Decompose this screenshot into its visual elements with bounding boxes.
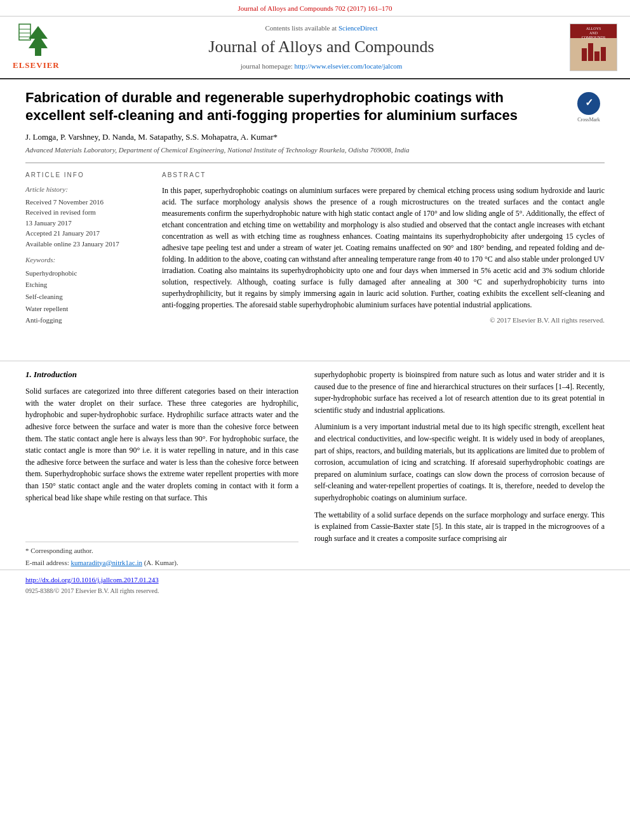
- authors-text: J. Lomga, P. Varshney, D. Nanda, M. Sata…: [25, 132, 278, 142]
- keyword-4: Water repellent: [25, 303, 149, 315]
- issn-line: 0925-8388/© 2017 Elsevier B.V. All right…: [25, 587, 605, 596]
- elsevier-logo: ELSEVIER: [13, 23, 83, 71]
- email-name: (A. Kumar).: [144, 559, 178, 566]
- homepage-url[interactable]: http://www.elsevier.com/locate/jalcom: [295, 62, 403, 70]
- svg-marker-1: [29, 26, 48, 48]
- body-content: 1. Introduction Solid surfaces are categ…: [0, 369, 630, 570]
- keywords-group: Keywords: Superhydrophobic Etching Self-…: [25, 255, 149, 326]
- history-label: Article history:: [25, 185, 149, 194]
- authors-line: J. Lomga, P. Varshney, D. Nanda, M. Sata…: [25, 131, 605, 143]
- email-link[interactable]: kumaraditya@nitrk1ac.in: [70, 559, 142, 566]
- journal-thumbnail: ALLOYSANDCOMPOUNDS: [570, 23, 617, 71]
- keyword-1: Superhydrophobic: [25, 267, 149, 279]
- main-content: Fabrication of durable and regenerable s…: [0, 79, 630, 353]
- journal-thumbnail-section: ALLOYSANDCOMPOUNDS: [560, 23, 617, 71]
- keyword-2: Etching: [25, 279, 149, 291]
- email-label: E-mail address:: [25, 559, 70, 566]
- article-info-abstract: ARTICLE INFO Article history: Received 7…: [25, 163, 605, 333]
- intro-number: 1.: [25, 370, 32, 379]
- intro-para-right-2: Aluminium is a very important industrial…: [314, 421, 605, 503]
- svg-rect-2: [19, 24, 30, 40]
- footnote-email: E-mail address: kumaraditya@nitrk1ac.in …: [25, 558, 298, 568]
- affiliation-line: Advanced Materials Laboratory, Departmen…: [25, 145, 605, 155]
- abstract-col: ABSTRACT In this paper, superhydrophobic…: [162, 171, 605, 333]
- thumb-bar-2: [588, 43, 593, 61]
- received-revised-label: Received in revised form: [25, 207, 149, 218]
- copyright-line: © 2017 Elsevier B.V. All rights reserved…: [162, 316, 605, 325]
- body-left-col: 1. Introduction Solid surfaces are categ…: [25, 369, 298, 570]
- science-direct-link[interactable]: ScienceDirect: [338, 24, 378, 32]
- abstract-label: ABSTRACT: [162, 171, 605, 180]
- elsevier-brand-text: ELSEVIER: [13, 60, 60, 71]
- journal-info-center: Contents lists available at ScienceDirec…: [83, 23, 560, 71]
- intro-para-right-1: superhydophobic property is bioinspired …: [314, 369, 605, 416]
- thumb-title: ALLOYSANDCOMPOUNDS: [582, 27, 606, 41]
- elsevier-logo-section: ELSEVIER: [13, 23, 83, 71]
- intro-heading: 1. Introduction: [25, 369, 298, 380]
- received-date: Received 7 November 2016: [25, 197, 149, 208]
- thumb-bar-3: [594, 51, 600, 61]
- article-title-section: Fabrication of durable and regenerable s…: [25, 89, 605, 125]
- journal-homepage-line: journal homepage: http://www.elsevier.co…: [83, 62, 560, 71]
- science-direct-line: Contents lists available at ScienceDirec…: [83, 23, 560, 33]
- journal-citation: Journal of Alloys and Compounds 702 (201…: [238, 4, 392, 12]
- doi-link: http://dx.doi.org/10.1016/j.jallcom.2017…: [25, 575, 605, 585]
- page-wrapper: Journal of Alloys and Compounds 702 (201…: [0, 0, 630, 601]
- body-right-col: superhydophobic property is bioinspired …: [314, 369, 605, 570]
- elsevier-tree-icon: [13, 23, 64, 58]
- footer: http://dx.doi.org/10.1016/j.jallcom.2017…: [0, 570, 630, 601]
- article-info-label: ARTICLE INFO: [25, 171, 149, 180]
- doi-url[interactable]: http://dx.doi.org/10.1016/j.jallcom.2017…: [25, 576, 159, 583]
- contents-label: Contents lists available at: [265, 24, 337, 32]
- journal-title: Journal of Alloys and Compounds: [83, 36, 560, 58]
- body-two-col: 1. Introduction Solid surfaces are categ…: [25, 369, 605, 570]
- revised-date: 13 January 2017: [25, 218, 149, 229]
- intro-para-right-3: The wettability of a solid surface depen…: [314, 509, 605, 545]
- keywords-list: Superhydrophobic Etching Self-cleaning W…: [25, 267, 149, 326]
- journal-header: ELSEVIER Contents lists available at Sci…: [0, 17, 630, 79]
- available-date: Available online 23 January 2017: [25, 239, 149, 250]
- article-title: Fabrication of durable and regenerable s…: [25, 89, 563, 125]
- crossmark-icon: ✓: [577, 92, 600, 115]
- abstract-text: In this paper, superhydrophobic coatings…: [162, 185, 605, 310]
- accepted-date: Accepted 21 January 2017: [25, 228, 149, 239]
- abstract-paragraph: In this paper, superhydrophobic coatings…: [162, 185, 605, 310]
- footnote-corresponding: * Corresponding author.: [25, 546, 298, 556]
- crossmark-label: CrossMark: [577, 116, 600, 123]
- section-divider: [0, 361, 630, 361]
- footnote-area: * Corresponding author. E-mail address: …: [25, 542, 298, 568]
- keyword-5: Anti-fogging: [25, 314, 149, 326]
- keywords-label: Keywords:: [25, 255, 149, 265]
- article-history-group: Article history: Received 7 November 201…: [25, 185, 149, 249]
- article-info-col: ARTICLE INFO Article history: Received 7…: [25, 171, 149, 333]
- journal-citation-band: Journal of Alloys and Compounds 702 (201…: [0, 0, 630, 17]
- intro-para-left-1: Solid surfaces are categorized into thre…: [25, 385, 298, 503]
- keyword-3: Self-cleaning: [25, 291, 149, 303]
- crossmark-badge: ✓ CrossMark: [573, 92, 605, 123]
- thumb-bars: [582, 43, 606, 61]
- thumb-bar-4: [601, 47, 606, 61]
- svg-rect-0: [35, 48, 41, 56]
- thumb-bar-1: [582, 48, 587, 61]
- homepage-label: journal homepage:: [241, 62, 293, 70]
- intro-title: Introduction: [34, 370, 77, 379]
